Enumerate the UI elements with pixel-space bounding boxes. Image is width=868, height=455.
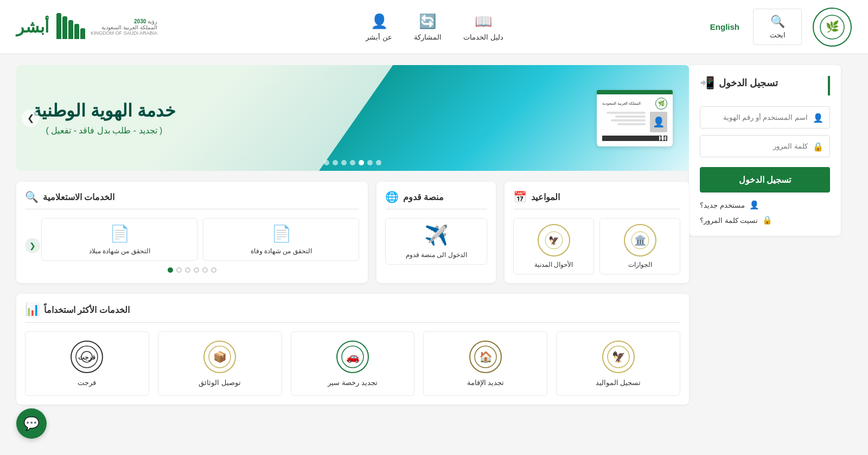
password-wrap: 🔒 (700, 135, 830, 157)
info-dot-2[interactable] (202, 267, 208, 273)
main-layout: تسجيل الدخول 📲 👤 🔒 تسجيل الدخول 👤 مستخدم… (0, 54, 868, 415)
svg-text:فرجت: فرجت (78, 354, 95, 361)
info-dot-4[interactable] (185, 267, 190, 273)
arrival-platform-header: منصة قدوم 🌐 (385, 190, 487, 209)
nav-label-participation: المشاركة (414, 33, 442, 41)
new-user-label: مستخدم جديد؟ (700, 201, 745, 209)
renew-license-logo: 🚗 (336, 341, 369, 373)
deliver-docs-label: توصيل الوثائق (199, 379, 241, 387)
bar-chart-icon: 📊 (25, 303, 40, 317)
appointments-items: 🏛️ الجوازات 🦅 الأحوال المدنية (513, 218, 680, 274)
card-barcode (602, 136, 667, 141)
header-nav: 📖 دليل الخدمات 🔄 المشاركة 👤 عن أبشر (366, 13, 503, 41)
svg-text:🏛️: 🏛️ (634, 234, 647, 246)
used-item-register-births[interactable]: 🦅 تسجيل المواليد (556, 331, 680, 396)
password-input[interactable] (700, 135, 830, 157)
forgot-password-icon: 🔒 (762, 215, 773, 225)
login-button[interactable]: تسجيل الدخول (700, 167, 830, 193)
info-dot-6[interactable] (168, 267, 173, 273)
hero-text: خدمة الهوية الوطنية ( تجديد - طلب بدل فا… (33, 100, 176, 136)
arrival-entry-item[interactable]: ✈️ الدخول الى منصة قدوم (385, 218, 487, 265)
used-item-farjat[interactable]: فرجت فرجت (25, 331, 149, 396)
services-row: المواعيد 📅 🏛️ الجوازات (16, 182, 689, 283)
verify-birth-item[interactable]: 📄 التحقق من شهادة ميلاد (41, 218, 197, 261)
civil-affairs-icon: 🦅 (538, 224, 570, 257)
service-item-civil-affairs[interactable]: 🦅 الأحوال المدنية (513, 218, 594, 274)
hero-dot-1[interactable] (376, 160, 381, 165)
svg-text:🦅: 🦅 (611, 350, 625, 363)
used-item-renew-license[interactable]: 🚗 تجديد رخصة سير (291, 331, 415, 396)
service-item-passports[interactable]: 🏛️ الجوازات (599, 218, 680, 274)
hero-next-button[interactable]: ❯ (22, 110, 39, 127)
info-icon: 🔍 (25, 190, 39, 203)
appointments-icon: 📅 (513, 190, 527, 203)
nav-item-about[interactable]: 👤 عن أبشر (366, 13, 392, 41)
chat-bubble[interactable]: 💬 (16, 408, 47, 439)
vision-label: رؤية 2030 (91, 18, 157, 24)
airplane-icon: ✈️ (424, 224, 449, 247)
card-logo: 🌿 (655, 98, 667, 110)
hero-dot-2[interactable] (367, 160, 373, 165)
id-card-visual: 🌿 المملكة العربية السعودية 👤 (597, 90, 673, 146)
lock-icon: 🔒 (813, 141, 824, 151)
forgot-password-link[interactable]: 🔒 نسيت كلمة المرور؟ (700, 215, 830, 225)
renew-residency-label: تجديد الإقامة (467, 379, 505, 387)
language-toggle[interactable]: English (707, 20, 742, 34)
passports-label: الجوازات (628, 261, 652, 268)
arrival-entry-label: الدخول الى منصة قدوم (406, 251, 467, 259)
abshir-brand-name: أبشر (16, 17, 49, 36)
civil-affairs-label: الأحوال المدنية (534, 261, 573, 268)
username-wrap: 👤 (700, 106, 830, 129)
nav-item-service-guide[interactable]: 📖 دليل الخدمات (463, 13, 503, 41)
card-logo-row: 🌿 المملكة العربية السعودية (602, 98, 667, 110)
new-user-icon: 👤 (749, 200, 760, 210)
info-dot-3[interactable] (194, 267, 199, 273)
info-title: الخدمات الاستعلامية (43, 192, 114, 202)
death-cert-icon: 📄 (271, 224, 291, 243)
arrival-platform-panel: منصة قدوم 🌐 ✈️ الدخول الى منصة قدوم (376, 182, 496, 283)
used-item-renew-residency[interactable]: 🏠 تجديد الإقامة (423, 331, 547, 396)
header-right: 🌿 🔍 ابحث English (707, 8, 852, 47)
info-dot-5[interactable] (176, 267, 182, 273)
new-user-link[interactable]: 👤 مستخدم جديد؟ (700, 200, 830, 210)
abshir-bars-logo (56, 12, 85, 42)
hero-dot-4[interactable] (350, 160, 355, 165)
hero-dot-5[interactable] (341, 160, 347, 165)
book-open-icon: 📖 (475, 13, 492, 30)
birth-cert-icon: 📄 (110, 224, 130, 243)
most-used-title: الخدمات الأكثر استخداماً (44, 305, 130, 315)
hero-title: خدمة الهوية الوطنية (33, 100, 176, 121)
hero-dot-7[interactable] (324, 160, 329, 165)
nav-item-participation[interactable]: 🔄 المشاركة (414, 13, 442, 41)
chat-icon: 💬 (23, 416, 40, 431)
info-items: 📄 التحقق من شهادة وفاة 📄 التحقق من شهادة… (25, 218, 359, 261)
card-photo: 👤 (650, 112, 667, 132)
svg-text:🌿: 🌿 (826, 20, 839, 33)
nav-label-about: عن أبشر (366, 33, 392, 41)
login-title: تسجيل الدخول (719, 77, 778, 89)
user-icon: 👤 (813, 112, 824, 123)
login-links: 👤 مستخدم جديد؟ 🔒 نسيت كلمة المرور؟ (700, 200, 830, 225)
username-input[interactable] (700, 106, 830, 129)
svg-text:🏠: 🏠 (478, 350, 492, 363)
used-item-deliver-docs[interactable]: 📦 توصيل الوثائق (158, 331, 282, 396)
hero-dot-3[interactable] (359, 160, 364, 165)
verify-death-item[interactable]: 📄 التحقق من شهادة وفاة (203, 218, 359, 261)
search-label: ابحث (770, 31, 786, 39)
share-icon: 🔄 (419, 13, 436, 30)
search-box[interactable]: 🔍 ابحث (753, 9, 802, 45)
person-icon: 👤 (371, 13, 388, 30)
site-logo: 🌿 (813, 8, 852, 47)
nav-label-service-guide: دليل الخدمات (463, 33, 503, 41)
hero-banner: 🌿 المملكة العربية السعودية 👤 (16, 65, 689, 171)
login-icon: 📲 (700, 76, 714, 90)
hero-dot-6[interactable] (333, 160, 338, 165)
forgot-password-label: نسيت كلمة المرور؟ (700, 216, 758, 225)
info-dot-1[interactable] (211, 267, 216, 273)
verify-death-label: التحقق من شهادة وفاة (251, 247, 312, 255)
most-used-items: 🦅 تسجيل المواليد 🏠 تجديد الإقامة (25, 331, 680, 396)
svg-text:🚗: 🚗 (346, 350, 360, 363)
verify-birth-label: التحقق من شهادة ميلاد (89, 247, 150, 255)
info-nav-button[interactable]: ❮ (25, 238, 40, 253)
svg-text:🦅: 🦅 (548, 235, 559, 246)
